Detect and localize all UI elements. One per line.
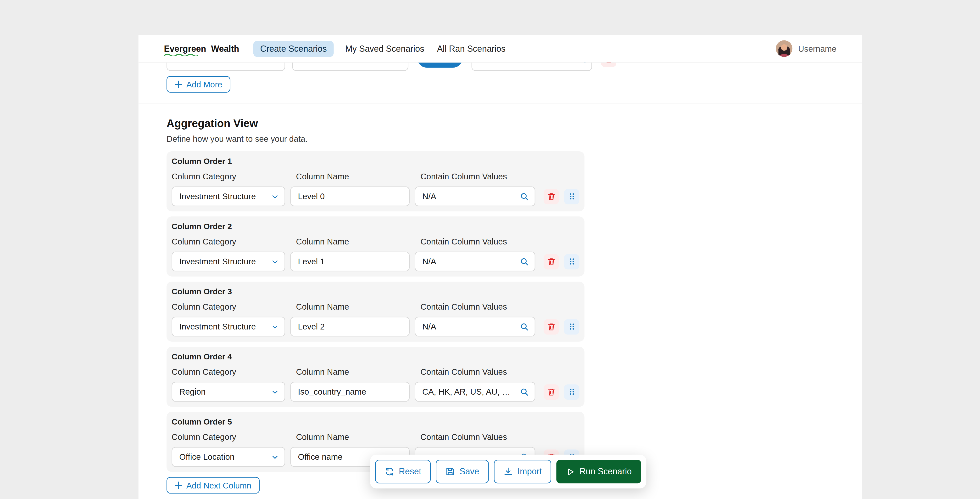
label-contain-values: Contain Column Values [420, 172, 541, 181]
drag-handle[interactable] [564, 189, 579, 204]
select-value: Investment Structure [179, 257, 271, 266]
add-more-button[interactable]: Add More [167, 76, 231, 92]
save-label: Save [460, 467, 479, 476]
brand-second-text: Wealth [211, 44, 239, 53]
contain-values-input[interactable] [415, 252, 520, 271]
field-labels: Column Category Column Name Contain Colu… [172, 302, 579, 311]
content-area: Contain Add More [138, 48, 862, 494]
grip-dots-icon [568, 322, 576, 331]
trash-icon [547, 192, 555, 201]
search-icon [520, 387, 529, 396]
save-button[interactable]: Save [436, 460, 489, 483]
plus-icon [175, 80, 183, 88]
column-category-select[interactable]: Office Location [172, 447, 285, 467]
drag-handle[interactable] [564, 319, 579, 334]
contain-values-box[interactable] [415, 382, 535, 402]
contain-values-box[interactable] [415, 317, 535, 336]
delete-column-button[interactable] [544, 189, 559, 204]
column-name-input[interactable] [290, 382, 410, 402]
brand-first-text: Evergreen [164, 44, 206, 53]
label-contain-values: Contain Column Values [420, 302, 541, 311]
select-value: Investment Structure [179, 191, 271, 201]
contain-values-input[interactable] [415, 383, 520, 401]
label-column-category: Column Category [172, 367, 291, 377]
delete-column-button[interactable] [544, 254, 559, 269]
play-icon [566, 467, 575, 476]
drag-handle[interactable] [564, 254, 579, 269]
contain-values-input[interactable] [415, 187, 520, 206]
label-contain-values: Contain Column Values [420, 237, 541, 246]
nav-all-ran-scenarios[interactable]: All Ran Scenarios [436, 40, 507, 56]
import-button[interactable]: Import [494, 460, 552, 483]
delete-column-button[interactable] [544, 319, 559, 334]
chevron-down-icon [271, 323, 279, 330]
drag-handle[interactable] [564, 384, 579, 399]
contain-values-input[interactable] [415, 317, 520, 336]
column-category-select[interactable]: Investment Structure [172, 252, 285, 271]
grip-dots-icon [568, 387, 576, 396]
column-order-card-1: Column Order 1 Column Category Column Na… [167, 151, 584, 211]
label-column-name: Column Name [296, 237, 415, 246]
grip-dots-icon [568, 192, 576, 201]
search-icon [520, 322, 529, 331]
section-divider [138, 103, 862, 104]
label-column-name: Column Name [296, 172, 415, 181]
top-nav: Evergreen Wealth Create Scenarios My Sav… [138, 35, 862, 63]
column-order-title: Column Order 5 [172, 417, 579, 427]
column-name-input[interactable] [290, 252, 410, 271]
select-value: Investment Structure [179, 322, 271, 332]
column-order-title: Column Order 1 [172, 156, 579, 167]
column-order-card-3: Column Order 3 Column Category Column Na… [167, 282, 584, 342]
column-category-select[interactable]: Investment Structure [172, 317, 285, 336]
nav-create-scenarios[interactable]: Create Scenarios [253, 40, 334, 56]
add-more-label: Add More [186, 80, 222, 89]
user-area: Username [776, 40, 837, 57]
controls-row: Investment Structure [172, 252, 579, 271]
column-category-select[interactable]: Investment Structure [172, 187, 285, 206]
contain-values-box[interactable] [415, 187, 535, 206]
column-category-select[interactable]: Region [172, 382, 285, 402]
refresh-icon [385, 467, 394, 476]
reset-label: Reset [399, 467, 422, 476]
column-order-title: Column Order 4 [172, 352, 579, 362]
column-order-title: Column Order 2 [172, 222, 579, 232]
avatar-image [776, 40, 792, 57]
label-contain-values: Contain Column Values [420, 367, 541, 377]
run-scenario-button[interactable]: Run Scenario [557, 460, 641, 483]
search-icon [520, 192, 529, 201]
controls-row: Investment Structure [172, 187, 579, 206]
label-column-category: Column Category [172, 172, 291, 181]
column-name-input[interactable] [290, 187, 410, 206]
avatar[interactable] [776, 40, 792, 57]
contain-values-box[interactable] [415, 252, 535, 271]
download-icon [503, 467, 513, 476]
column-name-input[interactable] [290, 317, 410, 336]
trash-icon [547, 257, 555, 266]
page-subtitle: Define how you want to see your data. [167, 134, 834, 143]
select-value: Region [179, 387, 271, 397]
column-order-title: Column Order 3 [172, 287, 579, 297]
brand-logo: Evergreen Wealth [164, 44, 239, 53]
grip-dots-icon [568, 257, 576, 266]
label-column-category: Column Category [172, 302, 291, 311]
run-scenario-label: Run Scenario [579, 467, 632, 476]
add-next-column-button[interactable]: Add Next Column [167, 477, 259, 494]
controls-row: Investment Structure [172, 317, 579, 336]
field-labels: Column Category Column Name Contain Colu… [172, 172, 579, 181]
chevron-down-icon [271, 453, 279, 461]
trash-icon [547, 387, 555, 396]
import-label: Import [517, 467, 542, 476]
viewport: Evergreen Wealth Create Scenarios My Sav… [0, 0, 980, 499]
delete-column-button[interactable] [544, 384, 559, 399]
action-toolbar: Reset Save Import Run Scenario [370, 455, 646, 488]
label-column-name: Column Name [296, 302, 415, 311]
chevron-down-icon [271, 388, 279, 395]
label-contain-values: Contain Column Values [420, 432, 541, 442]
nav-my-saved-scenarios[interactable]: My Saved Scenarios [344, 40, 426, 56]
column-order-list: Column Order 1 Column Category Column Na… [167, 151, 584, 472]
reset-button[interactable]: Reset [375, 460, 431, 483]
chevron-down-icon [271, 193, 279, 200]
page-title: Aggregation View [167, 118, 834, 130]
brand-underline-squiggle [164, 53, 198, 56]
column-order-card-4: Column Order 4 Column Category Column Na… [167, 347, 584, 407]
